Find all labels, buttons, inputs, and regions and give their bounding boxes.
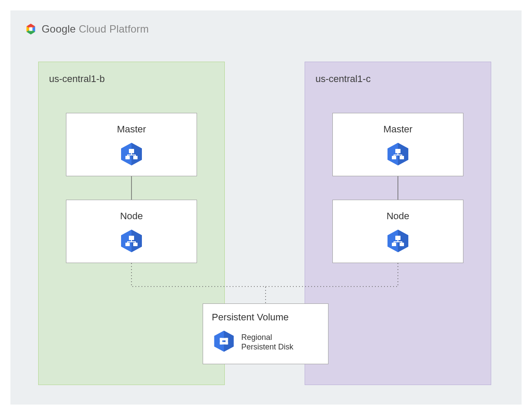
svg-rect-14 bbox=[135, 155, 136, 156]
svg-rect-47 bbox=[226, 338, 228, 345]
svg-rect-28 bbox=[400, 156, 404, 159]
svg-rect-9 bbox=[125, 156, 130, 159]
master-box-right: Master bbox=[332, 113, 463, 176]
zone-title: us-central1-c bbox=[315, 73, 371, 85]
gcp-header: Google Cloud Platform bbox=[24, 23, 149, 36]
box-title: Master bbox=[333, 124, 463, 135]
svg-rect-22 bbox=[127, 241, 128, 243]
svg-rect-23 bbox=[135, 241, 136, 243]
svg-marker-16 bbox=[131, 230, 142, 252]
gcp-header-text: Google Cloud Platform bbox=[42, 23, 149, 35]
kubernetes-engine-icon bbox=[385, 141, 411, 167]
node-box-right: Node bbox=[332, 200, 463, 263]
persistent-disk-icon bbox=[212, 329, 236, 355]
box-title: Master bbox=[66, 124, 197, 135]
diagram-canvas: Google Cloud Platform us-central1-b us-c… bbox=[10, 10, 522, 405]
svg-marker-34 bbox=[398, 230, 408, 252]
svg-rect-19 bbox=[133, 243, 138, 246]
node-box-left: Node bbox=[66, 200, 197, 263]
kubernetes-engine-icon bbox=[118, 228, 144, 254]
svg-rect-35 bbox=[395, 236, 401, 240]
gcp-logo-icon bbox=[24, 23, 37, 36]
pv-title: Persistent Volume bbox=[212, 312, 319, 323]
svg-rect-46 bbox=[220, 338, 223, 345]
svg-marker-5 bbox=[29, 27, 33, 31]
svg-rect-36 bbox=[392, 243, 396, 246]
svg-rect-10 bbox=[133, 156, 138, 159]
kubernetes-engine-icon bbox=[385, 228, 411, 254]
svg-rect-21 bbox=[127, 241, 136, 242]
svg-rect-12 bbox=[127, 155, 136, 155]
master-box-left: Master bbox=[66, 113, 197, 176]
zone-title: us-central1-b bbox=[49, 73, 105, 85]
svg-rect-26 bbox=[395, 149, 401, 153]
svg-rect-18 bbox=[125, 243, 130, 246]
svg-marker-25 bbox=[398, 143, 408, 165]
svg-rect-32 bbox=[401, 155, 402, 156]
svg-marker-7 bbox=[131, 143, 142, 165]
pv-subtitle: Regional Persistent Disk bbox=[241, 333, 293, 352]
svg-rect-27 bbox=[392, 156, 396, 159]
svg-rect-41 bbox=[401, 241, 402, 243]
svg-rect-8 bbox=[129, 149, 134, 153]
svg-rect-31 bbox=[394, 155, 394, 156]
svg-rect-17 bbox=[129, 236, 134, 240]
box-title: Node bbox=[66, 211, 197, 222]
svg-rect-39 bbox=[394, 241, 402, 242]
svg-rect-37 bbox=[400, 243, 404, 246]
svg-rect-30 bbox=[394, 155, 402, 155]
kubernetes-engine-icon bbox=[118, 141, 144, 167]
svg-rect-40 bbox=[394, 241, 394, 243]
persistent-volume-box: Persistent Volume Regional Persistent Di… bbox=[203, 303, 328, 364]
box-title: Node bbox=[333, 211, 463, 222]
svg-rect-13 bbox=[127, 155, 128, 156]
svg-marker-43 bbox=[224, 331, 233, 352]
